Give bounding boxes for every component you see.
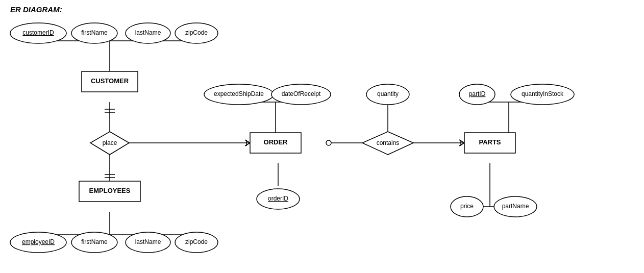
svg-point-17	[326, 140, 331, 145]
expected-ship-date-label: expectedShipDate	[214, 90, 264, 97]
zipcode-c-label: zipCode	[185, 29, 208, 36]
quantity-label: quantity	[377, 90, 399, 97]
contains-label: contains	[377, 139, 400, 146]
date-of-receipt-label: dateOfReceipt	[282, 90, 321, 97]
order-label: ORDER	[264, 138, 288, 146]
employees-label: EMPLOYEES	[89, 187, 131, 194]
er-svg: CUSTOMER ORDER PARTS EMPLOYEES place con…	[0, 0, 644, 273]
lastname-e-label: lastName	[135, 238, 161, 245]
orderid-label: orderID	[268, 195, 288, 202]
employeeid-label: employeeID	[22, 238, 55, 245]
svg-line-19	[459, 140, 464, 143]
partname-label: partName	[502, 203, 529, 210]
partid-label: partID	[469, 90, 486, 97]
parts-label: PARTS	[479, 138, 501, 146]
zipcode-e-label: zipCode	[185, 238, 208, 245]
lastname-c-label: lastName	[135, 29, 161, 36]
svg-line-6	[245, 140, 250, 143]
customerid-label: customerID	[22, 29, 54, 36]
firstname-c-label: firstName	[81, 29, 108, 36]
svg-line-20	[459, 143, 464, 146]
svg-line-7	[245, 143, 250, 146]
price-label: price	[460, 203, 474, 210]
er-diagram: ER DIAGRAM:	[0, 0, 644, 273]
firstname-e-label: firstName	[81, 238, 108, 245]
customer-label: CUSTOMER	[91, 77, 129, 85]
place-label: place	[103, 139, 117, 146]
quantity-in-stock-label: quantityInStock	[522, 90, 564, 97]
